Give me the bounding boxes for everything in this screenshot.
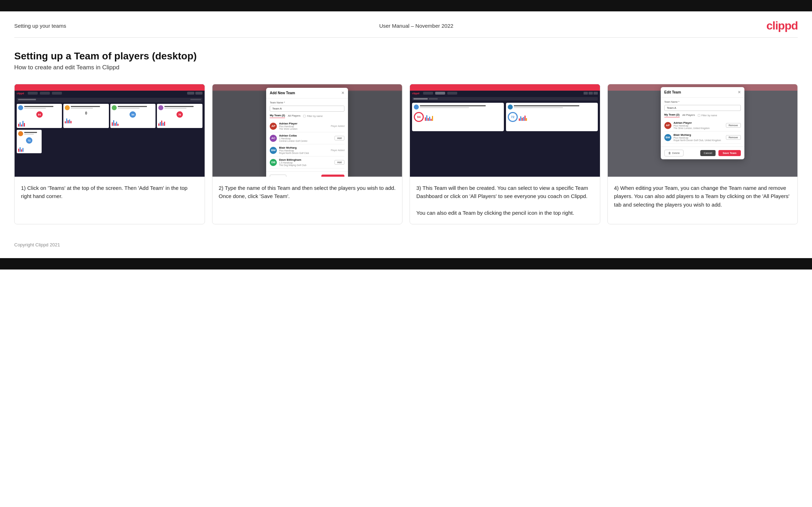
player-club: The Shire London [279,128,328,130]
player-info: Adrian Colba 1 Handicap Central London G… [279,134,332,142]
save-team-button[interactable]: Save Team [321,175,344,177]
player-row: AC Adrian Colba 1 Handicap Central Londo… [270,132,344,144]
top-bar [0,0,812,11]
edit-player-detail: Plus Handicap [674,137,724,139]
player-row: AP Adrian Player Plus Handicap The Shire… [270,120,344,132]
mock-player-card: 94 [110,104,155,128]
edit-filter-label: Filter by name [701,114,717,117]
modal-footer: Cancel Save Team [266,171,348,177]
filter-checkbox[interactable] [303,115,306,117]
edit-modal-tabs: My Team (2) All Players Filter by name [664,113,741,117]
mock-nav-item [435,92,445,95]
player-avatar: AC [270,135,277,142]
player-info: Blair McHarg Plus Handicap Royal North D… [279,146,328,154]
mock-nav-item [40,92,50,95]
edit-player-avatar: AP [664,122,671,129]
mock-bars [112,119,154,126]
player-detail: 1 Handicap [279,137,332,140]
edit-player-row: BM Blair McHarg Plus Handicap Royal Nort… [664,132,741,144]
edit-player-avatar: BM [664,134,671,141]
mock-bars [425,114,502,121]
card-4: Edit Team ✕ Team Name * My Team (2) All … [607,84,798,224]
edit-tab-my-team[interactable]: My Team (2) [664,113,680,117]
modal-body: Team Name * My Team (2) All Players Filt… [266,98,348,171]
card-1-text: 1) Click on 'Teams' at the top of the sc… [15,177,205,224]
page-content: Setting up a Team of players (desktop) H… [0,38,812,224]
mock-content-area: 84 [15,96,205,155]
delete-button[interactable]: 🗑 Delete [664,150,684,156]
mock-bars [18,145,40,152]
edit-modal-close-icon[interactable]: ✕ [738,90,741,95]
cards-row: clippd [14,84,798,224]
section-title: Setting up a Team of players (desktop) [14,50,798,62]
team-dashboard-mockup: clippd [410,84,600,177]
mock-nav-item [52,92,62,95]
mock-avatar [18,131,23,136]
tab-my-team[interactable]: My Team (2) [270,114,285,118]
modal-tabs: My Team (2) All Players Filter by name [270,114,344,118]
modal-title: Add New Team [270,91,295,95]
mock-topbar [15,84,205,91]
edit-filter-by-name: Filter by name [698,114,717,117]
edit-tab-all-players[interactable]: All Players [682,113,695,117]
edit-player-detail: Plus Handicap [674,124,724,127]
mock-bars [18,119,60,127]
add-player-button[interactable]: Add [334,160,344,165]
trash-icon: 🗑 [668,151,671,155]
player-club: The Dog Maying Golf Club [279,164,332,166]
mock-avatar [112,105,117,110]
mock-nav-item [423,92,433,95]
mock-nav: clippd [15,91,205,96]
player-detail: 1.5 Handicap [279,161,332,164]
header: Setting up your teams User Manual – Nove… [0,11,812,37]
cancel-button[interactable]: Cancel [270,175,286,177]
edit-save-team-button[interactable]: Save Team [718,150,741,156]
mock-avatar [65,105,70,110]
player-added-status: Player Added [331,149,345,151]
mock-player-card: 78 [157,104,202,128]
score-badge: 78 [176,111,183,118]
mock-avatar [158,105,163,110]
modal-close-icon[interactable]: ✕ [341,91,344,95]
copyright-text: Copyright Clippd 2021 [14,242,60,247]
modal-header: Add New Team ✕ [266,88,348,98]
card-1: clippd [14,84,205,224]
dashboard-mockup: clippd [15,84,205,177]
edit-player-info: Blair McHarg Plus Handicap Royal North D… [674,133,724,142]
mock-nav-2: clippd [410,91,600,96]
score-badge: 84 [36,111,43,118]
edit-player-info: Adrian Player Plus Handicap The Shire Lo… [674,121,724,129]
add-player-button[interactable]: Add [334,136,344,140]
player-info: Adrian Player Plus Handicap The Shire Lo… [279,122,328,130]
mock-player-grid: 84 [17,104,202,128]
card-1-screenshot: clippd [15,84,205,177]
player-avatar: DB [270,159,277,166]
player-club: Royal North Devon Golf Club [279,152,328,154]
remove-player-button[interactable]: Remove [726,123,741,128]
mock-player-cards-row: 94 [412,103,598,131]
remove-player-button[interactable]: Remove [726,135,741,140]
player-club: Central London Golf Centre [279,140,332,142]
card-2-screenshot: Add New Team ✕ Team Name * My Team (2) A… [212,84,402,177]
edit-player-name: Adrian Player [674,121,724,124]
edit-modal-header: Edit Team ✕ [661,87,744,98]
mock-avatar [18,105,23,110]
edit-filter-checkbox[interactable] [698,114,700,117]
mock-player-card: 84 [17,104,62,128]
tab-all-players[interactable]: All Players [288,114,300,118]
edit-team-name-input[interactable] [664,105,741,111]
card-4-screenshot: Edit Team ✕ Team Name * My Team (2) All … [608,84,798,177]
team-name-input[interactable] [270,106,344,112]
mock-avatar [414,105,419,110]
edit-team-modal: Edit Team ✕ Team Name * My Team (2) All … [661,87,744,159]
player-avatar: AP [270,123,277,130]
edit-cancel-button[interactable]: Cancel [700,150,716,156]
mock-bars [158,119,201,126]
mock-bars [519,114,596,121]
player-row: DB Dave Billingham 1.5 Handicap The Dog … [270,156,344,169]
mock-avatar [508,105,513,110]
delete-label: Delete [672,151,680,155]
card-3-text: 3) This Team will then be created. You c… [410,177,600,224]
player-avatar: BM [270,147,277,154]
player-name: Dave Billingham [279,158,332,161]
